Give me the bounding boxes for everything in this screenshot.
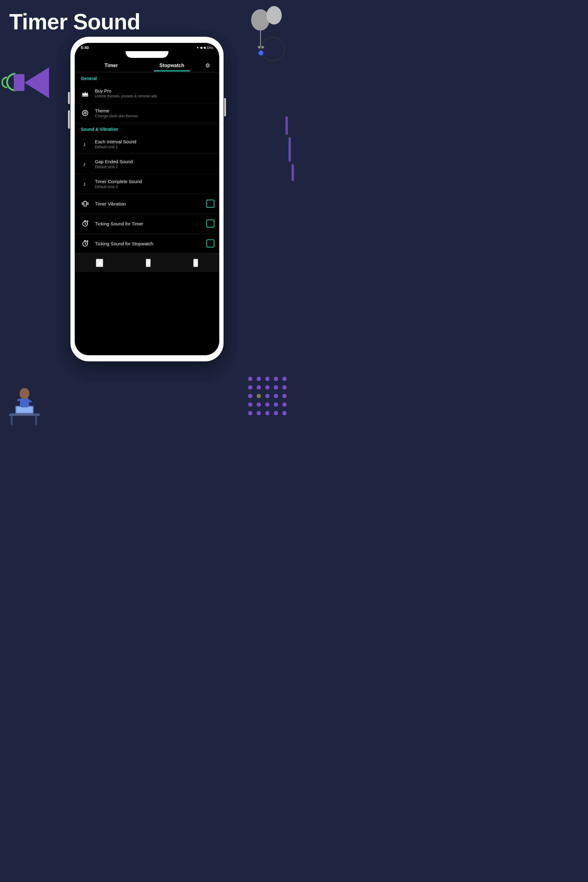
dot xyxy=(274,411,278,415)
timer-vibration-text: Timer Vibration xyxy=(95,201,206,206)
back-button[interactable]: ◄ xyxy=(96,259,103,267)
dot xyxy=(274,385,278,390)
dot xyxy=(274,402,278,407)
blue-dot-decor xyxy=(258,51,263,56)
page-title: Timer Sound xyxy=(9,9,140,34)
timer-complete-subtitle: Default tone 3 xyxy=(95,184,214,189)
music-note-icon-3: ♪ xyxy=(80,178,91,189)
tab-timer[interactable]: Timer xyxy=(81,58,141,71)
ticking-stopwatch-checkbox[interactable] xyxy=(206,240,214,248)
dot xyxy=(256,411,261,415)
spiral-decor xyxy=(260,37,285,61)
dot xyxy=(248,385,252,390)
ticking-timer-title: Ticking Sound for Timer xyxy=(95,221,206,226)
purple-bar-2 xyxy=(288,137,291,162)
recent-apps-button[interactable]: ■ xyxy=(193,259,198,267)
bottom-navigation: ◄ ● ■ xyxy=(75,254,219,272)
svg-line-36 xyxy=(85,244,86,244)
ticking-stopwatch-title: Ticking Sound for Stopwatch xyxy=(95,241,206,246)
power-button xyxy=(224,98,226,116)
volume-up-button xyxy=(68,92,70,104)
settings-item-timer-complete-sound[interactable]: ♪ Timer Complete Sound Default tone 3 xyxy=(75,174,219,194)
svg-rect-21 xyxy=(84,201,86,206)
interval-sound-subtitle: Default tone 1 xyxy=(95,145,214,149)
speaker-body xyxy=(14,74,24,91)
network-icon: ◀ xyxy=(203,46,206,50)
buy-pro-subtitle: Unlock themes, presets & remove ads xyxy=(95,94,214,98)
balloon-base xyxy=(258,46,264,48)
dot xyxy=(265,402,270,407)
dot xyxy=(274,376,278,381)
dot xyxy=(248,402,252,407)
settings-item-interval-sound[interactable]: ♪ Each Interval Sound Default tone 1 xyxy=(75,134,219,154)
balloon-1 xyxy=(251,9,270,31)
interval-sound-text: Each Interval Sound Default tone 1 xyxy=(95,139,214,149)
purple-bar-1 xyxy=(285,116,288,135)
svg-line-32 xyxy=(87,221,88,222)
dot-grid-decoration xyxy=(248,376,288,417)
settings-item-gap-ended-sound[interactable]: ♪ Gap Ended Sound Default tone 2 xyxy=(75,154,219,174)
timer-vibration-checkbox[interactable] xyxy=(206,200,214,208)
dot xyxy=(282,394,286,398)
dot xyxy=(248,394,252,398)
settings-item-timer-vibration[interactable]: Timer Vibration xyxy=(75,194,219,214)
person-illustration xyxy=(6,383,43,426)
svg-rect-2 xyxy=(35,416,37,425)
status-icons: ▾ ◀ ◀ 33% xyxy=(197,46,213,50)
svg-rect-9 xyxy=(28,400,32,403)
svg-text:♪: ♪ xyxy=(83,181,86,187)
dot xyxy=(256,385,261,390)
music-note-icon: ♪ xyxy=(80,138,91,150)
ticking-timer-text: Ticking Sound for Timer xyxy=(95,221,206,226)
phone-container: 5:40 ▾ ◀ ◀ 33% Timer Stopwatch ⚙ General xyxy=(70,37,224,392)
svg-text:♪: ♪ xyxy=(83,141,86,147)
svg-rect-5 xyxy=(13,414,36,416)
svg-line-33 xyxy=(87,220,88,221)
settings-item-ticking-timer[interactable]: Ticking Sound for Timer xyxy=(75,214,219,234)
phone-notch xyxy=(126,51,168,58)
svg-line-38 xyxy=(87,242,88,242)
buy-pro-text: Buy Pro Unlock themes, presets & remove … xyxy=(95,88,214,98)
dot xyxy=(282,411,286,415)
section-header-sound: Sound & Vibration xyxy=(75,123,219,134)
gap-ended-subtitle: Default tone 2 xyxy=(95,165,214,169)
dot xyxy=(282,402,286,407)
svg-text:♪: ♪ xyxy=(83,161,86,167)
timer-complete-text: Timer Complete Sound Default tone 3 xyxy=(95,179,214,189)
crown-icon xyxy=(80,88,91,99)
svg-point-16 xyxy=(83,113,84,114)
phone-screen: 5:40 ▾ ◀ ◀ 33% Timer Stopwatch ⚙ General xyxy=(75,43,219,355)
sound-wave-outer xyxy=(6,73,15,91)
speaker-cone xyxy=(24,68,49,98)
status-bar: 5:40 ▾ ◀ ◀ 33% xyxy=(75,43,219,51)
theme-subtitle: Change clock skin themes xyxy=(95,114,214,118)
clock-tick-icon-2 xyxy=(80,238,91,249)
svg-rect-6 xyxy=(20,398,29,407)
buy-pro-title: Buy Pro xyxy=(95,88,214,93)
ticking-stopwatch-text: Ticking Sound for Stopwatch xyxy=(95,241,206,246)
settings-item-ticking-stopwatch[interactable]: Ticking Sound for Stopwatch xyxy=(75,234,219,254)
ticking-timer-checkbox[interactable] xyxy=(206,220,214,228)
tab-stopwatch[interactable]: Stopwatch xyxy=(141,58,202,71)
volume-down-button xyxy=(68,110,70,129)
settings-item-theme[interactable]: Theme Change clock skin themes xyxy=(75,103,219,123)
settings-item-buy-pro[interactable]: Buy Pro Unlock themes, presets & remove … xyxy=(75,83,219,103)
svg-rect-10 xyxy=(82,96,88,96)
tab-bar: Timer Stopwatch ⚙ xyxy=(75,58,219,72)
svg-rect-4 xyxy=(16,407,33,413)
dot xyxy=(274,394,278,398)
timer-vibration-title: Timer Vibration xyxy=(95,201,206,206)
music-note-icon-2: ♪ xyxy=(80,158,91,170)
dot xyxy=(248,411,252,415)
balloon-stick xyxy=(260,29,261,48)
gap-ended-text: Gap Ended Sound Default tone 2 xyxy=(95,159,214,169)
home-button[interactable]: ● xyxy=(146,259,151,267)
dot xyxy=(265,411,270,415)
dot xyxy=(256,376,261,381)
svg-point-17 xyxy=(84,112,86,114)
theme-title: Theme xyxy=(95,108,214,113)
settings-icon-button[interactable]: ⚙ xyxy=(202,58,213,72)
svg-rect-0 xyxy=(9,413,40,416)
interval-sound-title: Each Interval Sound xyxy=(95,139,214,144)
signal-icon: ◀ xyxy=(200,46,202,50)
